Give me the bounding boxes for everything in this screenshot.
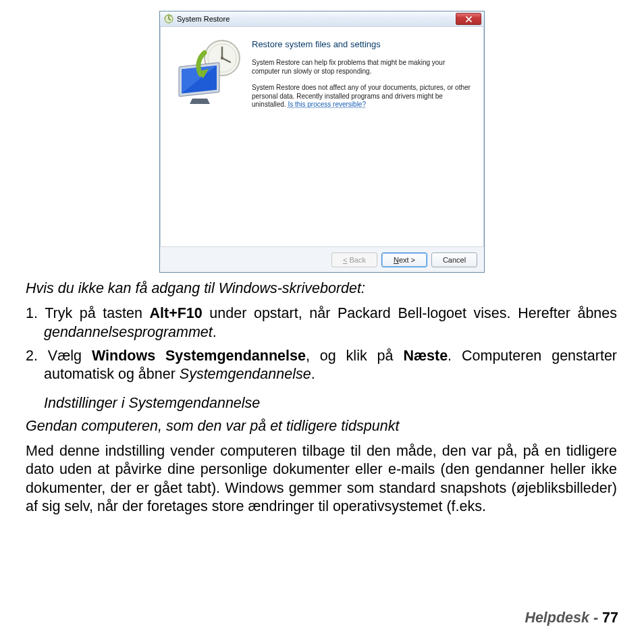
dialog-para-2: System Restore does not affect any of yo… [252,84,472,109]
footer-label: Helpdesk - [525,610,602,626]
close-icon [466,16,472,22]
reversible-link[interactable]: Is this process reversible? [288,101,366,108]
instruction-list: Tryk på tasten Alt+F10 under opstart, nå… [26,304,617,383]
document-body: Hvis du ikke kan få adgang til Windows-s… [26,279,617,516]
svg-point-3 [221,57,223,59]
back-button: < Back [331,252,377,267]
window-title: System Restore [177,15,230,23]
close-button[interactable] [456,13,481,25]
page-footer: Helpdesk - 77 [525,610,618,626]
doc-subheading: Indstillinger i Systemgendannelse [44,394,617,412]
list-item: Tryk på tasten Alt+F10 under opstart, nå… [26,304,617,342]
titlebar[interactable]: System Restore [160,11,484,27]
dialog-para-1: System Restore can help fix problems tha… [252,59,472,76]
dialog-body: Restore system files and settings System… [160,27,484,246]
restore-icon [164,14,173,24]
dialog-content: Restore system files and settings System… [248,38,472,246]
next-button[interactable]: Next > [381,252,427,267]
cancel-button[interactable]: Cancel [431,252,477,267]
doc-paragraph: Med denne indstilling vender computeren … [26,442,617,516]
button-bar: < Back Next > Cancel [160,246,484,272]
dialog-title: Restore system files and settings [252,39,472,49]
page-number: 77 [602,610,618,626]
doc-heading: Hvis du ikke kan få adgang til Windows-s… [26,279,617,298]
monitor-clock-icon [172,38,248,109]
doc-subheading-2: Gendan computeren, som den var på et tid… [26,417,617,435]
list-item: Vælg Windows Systemgendannelse, og klik … [26,347,617,384]
restore-illustration [172,38,248,246]
system-restore-window: System Restore [159,11,485,273]
